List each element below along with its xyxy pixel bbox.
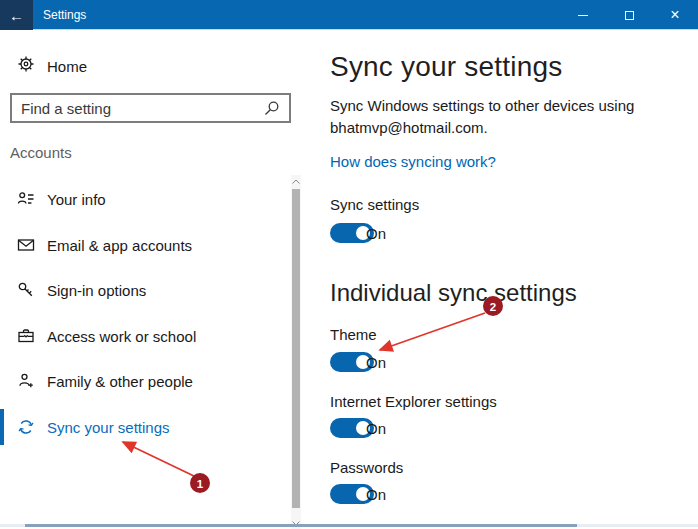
internet-explorer-settings-label: Internet Explorer settings xyxy=(330,393,497,410)
sync-icon xyxy=(17,418,35,436)
sidebar-item-sync-your-settings[interactable]: Sync your settings xyxy=(0,404,290,450)
maximize-icon xyxy=(625,11,634,20)
sidebar-item-home[interactable]: Home xyxy=(0,48,290,84)
content-pane: Sync your settings Sync Windows settings… xyxy=(310,31,687,529)
sync-description: Sync Windows settings to other devices u… xyxy=(330,95,660,139)
page-title: Sync your settings xyxy=(330,51,562,83)
sidebar-scrollbar[interactable] xyxy=(291,175,301,529)
sidebar-scrollbar-thumb[interactable] xyxy=(292,189,300,508)
title-bar: ← Settings × xyxy=(0,0,698,30)
how-syncing-works-link[interactable]: How does syncing work? xyxy=(330,153,496,170)
search-icon[interactable] xyxy=(263,100,280,117)
selected-accent-bar xyxy=(0,409,4,445)
sidebar-item-access-work-school[interactable]: Access work or school xyxy=(0,313,290,359)
search-box[interactable] xyxy=(10,93,291,123)
internet-explorer-settings-state: On xyxy=(366,420,386,437)
close-button[interactable]: × xyxy=(652,0,698,30)
back-arrow-icon: ← xyxy=(9,7,24,24)
sidebar-item-label: Family & other people xyxy=(47,373,193,390)
passwords-state: On xyxy=(366,486,386,503)
sidebar-item-email-app-accounts[interactable]: Email & app accounts xyxy=(0,222,290,268)
minimize-icon xyxy=(578,15,588,16)
person-plus-icon xyxy=(17,372,35,390)
theme-label: Theme xyxy=(330,326,377,343)
passwords-label: Passwords xyxy=(330,459,403,476)
sidebar-item-label: Sign-in options xyxy=(47,282,146,299)
search-input[interactable] xyxy=(12,100,263,117)
sidebar-section-accounts: Accounts xyxy=(10,144,72,161)
close-icon: × xyxy=(670,7,679,23)
sidebar-item-label: Sync your settings xyxy=(47,419,170,436)
key-icon xyxy=(17,281,35,299)
sidebar: Home Accounts Your info Email & app acco… xyxy=(0,31,310,529)
sidebar-item-your-info[interactable]: Your info xyxy=(0,176,290,222)
sidebar-item-label: Access work or school xyxy=(47,328,196,345)
sidebar-item-family-other-people[interactable]: Family & other people xyxy=(0,358,290,404)
sync-settings-state: On xyxy=(366,225,386,242)
sync-settings-label: Sync settings xyxy=(330,196,419,213)
minimize-button[interactable] xyxy=(560,0,606,30)
scroll-up-icon[interactable] xyxy=(291,175,301,187)
envelope-icon xyxy=(17,236,35,254)
sidebar-item-label: Email & app accounts xyxy=(47,237,192,254)
sidebar-item-label: Your info xyxy=(47,191,106,208)
gear-icon xyxy=(17,55,35,77)
sidebar-item-label: Home xyxy=(47,58,87,75)
theme-state: On xyxy=(366,354,386,371)
person-card-icon xyxy=(17,190,35,208)
maximize-button[interactable] xyxy=(606,0,652,30)
section-title: Individual sync settings xyxy=(330,279,577,307)
briefcase-icon xyxy=(17,327,35,345)
back-button[interactable]: ← xyxy=(0,0,33,30)
window-title: Settings xyxy=(43,0,86,30)
sidebar-item-sign-in-options[interactable]: Sign-in options xyxy=(0,267,290,313)
scroll-down-icon[interactable] xyxy=(291,517,301,529)
horizontal-scrollbar-thumb[interactable] xyxy=(25,524,577,527)
